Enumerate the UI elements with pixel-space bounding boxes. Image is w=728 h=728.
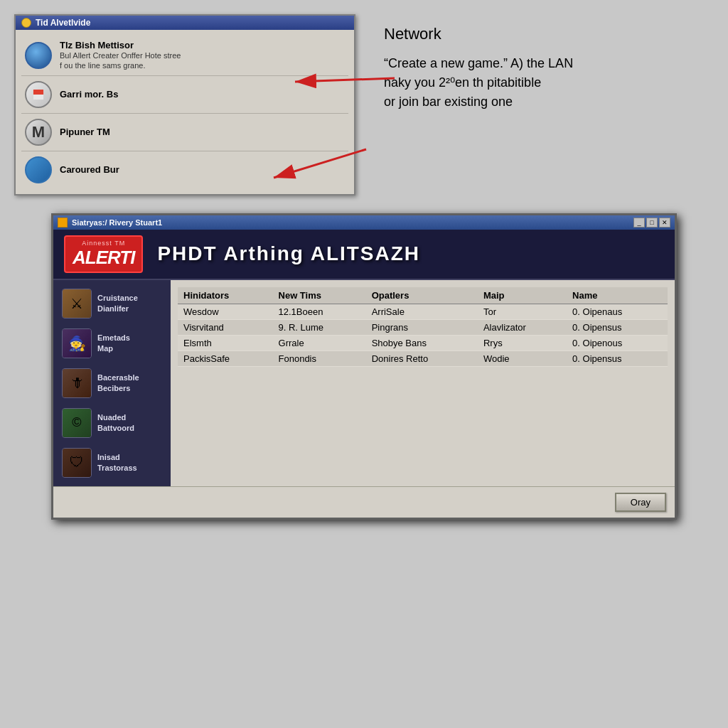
game-footer: Oray: [53, 486, 675, 518]
table-cell: 0. Oipenous: [567, 335, 668, 350]
game-main-title: PHDT Arthing ALITSAZH: [157, 242, 420, 265]
item-title: Garri mor. Bs: [60, 89, 346, 100]
list-item[interactable]: Garri mor. Bs: [21, 76, 348, 114]
mac-titlebar: Tid AlvetIvide: [16, 16, 354, 30]
annotation-area: Network “Create a new game.” A) the LAN …: [370, 14, 714, 112]
alert-badge-main: ALERTI: [73, 247, 134, 269]
alert-badge-top: Ainnesst TM: [73, 240, 134, 247]
item-text: Garri mor. Bs: [60, 89, 346, 100]
sidebar-item-emetads[interactable]: 🧙 EmetadsMap: [59, 326, 165, 361]
icon-blue-circle: [24, 41, 53, 70]
close-button[interactable]: ✕: [659, 218, 670, 228]
table-cell: Wesdow: [178, 304, 273, 319]
game-table-area: Hinidators New Tims Opatlers Maip Name W…: [171, 280, 675, 486]
game-main: ⚔ CruistanceDianlifer 🧙 EmetadsMap 🗡: [53, 280, 675, 486]
shield-icon: 🛡: [63, 449, 91, 477]
game-header: Ainnesst TM ALERTI PHDT Arthing ALITSAZH: [53, 230, 675, 280]
annotation-text: “Create a new game.” A) the LAN naky you…: [384, 54, 714, 112]
table-cell: Donires Retto: [366, 350, 478, 366]
minimize-button[interactable]: _: [633, 218, 645, 228]
game-inner: Ainnesst TM ALERTI PHDT Arthing ALITSAZH…: [53, 230, 675, 518]
table-cell: ArriSale: [366, 304, 478, 319]
col-hinidators: Hinidators: [178, 287, 273, 304]
window-controls: _ □ ✕: [633, 218, 670, 228]
sidebar-label-inisad: InisadTrastorass: [97, 452, 137, 473]
sidebar-label-cruistance: CruistanceDianlifer: [97, 293, 138, 314]
table-row[interactable]: PackisSafeFonondisDonires RettoWodie0. O…: [178, 350, 668, 366]
item-desc: Bul Allert Creater Onffer Hote streef ou…: [60, 50, 346, 71]
table-cell: Grrale: [273, 335, 366, 350]
game-titlebar-icon: [58, 218, 68, 228]
table-cell: 0. Oipensus: [567, 350, 668, 366]
sidebar-label-emetads: EmetadsMap: [97, 333, 130, 353]
rogue-icon: 🗡: [63, 369, 91, 397]
table-cell: Pingrans: [366, 319, 478, 335]
game-title: Siatryas:/ Rivery Stuart1: [72, 218, 162, 227]
list-item[interactable]: Tlz Bish Mettisor Bul Allert Creater Onf…: [21, 36, 348, 76]
sidebar-item-bacerasble[interactable]: 🗡 BacerasbleBecibers: [59, 365, 165, 401]
game-sidebar: ⚔ CruistanceDianlifer 🧙 EmetadsMap 🗡: [53, 280, 171, 486]
col-name: Name: [567, 287, 668, 304]
item-text: Tlz Bish Mettisor Bul Allert Creater Onf…: [60, 40, 346, 71]
table-cell: 0. Oipensus: [567, 319, 668, 335]
warrior-icon: ⚔: [63, 289, 91, 318]
sidebar-label-nuaded: NuadedBattvoord: [97, 412, 134, 433]
table-cell: Alavlizator: [478, 319, 567, 335]
table-cell: Shobye Bans: [366, 335, 478, 350]
table-cell: Elsmth: [178, 335, 273, 350]
avatar-inisad: 🛡: [62, 448, 92, 478]
table-cell: Visrvitand: [178, 319, 273, 335]
table-row[interactable]: Wesdow12.1BoeenArriSaleTor0. Oipenaus: [178, 304, 668, 319]
item-title: Caroured Bur: [60, 164, 346, 175]
mac-title: Tid AlvetIvide: [36, 18, 90, 28]
sidebar-item-nuaded[interactable]: © NuadedBattvoord: [59, 405, 165, 441]
list-item[interactable]: M Pipuner TM: [21, 114, 348, 151]
list-item[interactable]: Caroured Bur: [21, 151, 348, 188]
item-title: Pipuner TM: [60, 127, 346, 137]
mac-window: Tid AlvetIvide Tlz Bish Mettisor Bul All…: [14, 14, 355, 196]
game-window-container: Siatryas:/ Rivery Stuart1 _ □ ✕ Ainnesst…: [0, 206, 728, 527]
item-text: Caroured Bur: [60, 164, 346, 175]
table-cell: 9. R. Lume: [273, 319, 366, 335]
green-icon: ©: [63, 409, 91, 437]
create-game-text: “Create a new game.” A) the LAN: [384, 56, 573, 70]
item-title: Tlz Bish Mettisor: [60, 40, 346, 50]
table-row[interactable]: ElsmthGrraleShobye BansRrys0. Oipenous: [178, 335, 668, 350]
table-cell: Tor: [478, 304, 567, 319]
sidebar-label-bacerasble: BacerasbleBecibers: [97, 373, 139, 393]
col-maip: Maip: [478, 287, 567, 304]
col-new-tims: New Tims: [273, 287, 366, 304]
table-cell: 12.1Boeen: [273, 304, 366, 319]
table-cell: PackisSafe: [178, 350, 273, 366]
icon-partial: [24, 156, 53, 184]
avatar-emetads: 🧙: [62, 328, 92, 358]
table-cell: 0. Oipenaus: [567, 304, 668, 319]
icon-m: M: [24, 118, 53, 146]
game-titlebar: Siatryas:/ Rivery Stuart1 _ □ ✕: [53, 215, 675, 230]
avatar-cruistance: ⚔: [62, 289, 92, 318]
mage-icon: 🧙: [63, 329, 91, 358]
okay-button[interactable]: Oray: [615, 493, 666, 512]
alert-badge: Ainnesst TM ALERTI: [64, 235, 143, 273]
game-window: Siatryas:/ Rivery Stuart1 _ □ ✕ Ainnesst…: [51, 213, 677, 520]
table-cell: Wodie: [478, 350, 567, 366]
mac-content: Tlz Bish Mettisor Bul Allert Creater Onf…: [16, 30, 354, 194]
avatar-bacerasble: 🗡: [62, 368, 92, 398]
make-you-text: naky you 2²⁰en th pitabitible: [384, 75, 541, 90]
col-opatlers: Opatlers: [366, 287, 478, 304]
network-label: Network: [384, 25, 714, 43]
sidebar-item-inisad[interactable]: 🛡 InisadTrastorass: [59, 445, 165, 481]
item-text: Pipuner TM: [60, 127, 346, 137]
mac-close-icon[interactable]: [21, 18, 31, 28]
maximize-button[interactable]: □: [646, 218, 658, 228]
join-bar-text: or join bar existing one: [384, 95, 513, 109]
table-cell: Rrys: [478, 335, 567, 350]
sidebar-item-cruistance[interactable]: ⚔ CruistanceDianlifer: [59, 286, 165, 321]
game-table: Hinidators New Tims Opatlers Maip Name W…: [178, 287, 668, 367]
icon-compass: [24, 80, 53, 109]
table-row[interactable]: Visrvitand9. R. LumePingransAlavlizator0…: [178, 319, 668, 335]
table-cell: Fonondis: [273, 350, 366, 366]
avatar-nuaded: ©: [62, 408, 92, 438]
titlebar-left: Siatryas:/ Rivery Stuart1: [58, 218, 162, 228]
